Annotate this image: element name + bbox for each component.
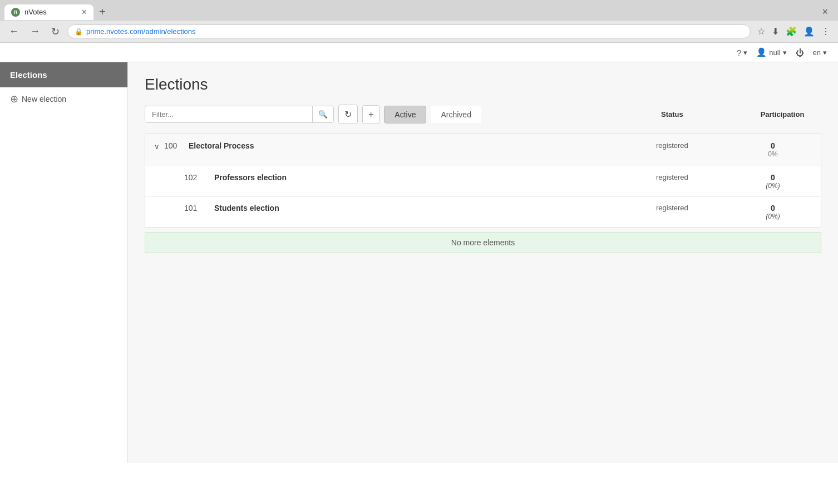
- child-id: 102: [184, 173, 206, 182]
- child-status: registered: [656, 204, 734, 212]
- user-label: null: [769, 48, 780, 57]
- browser-close-button[interactable]: ×: [822, 6, 828, 17]
- browser-chrome: n nVotes × + × ← → ↻ 🔒 prime.nvotes.com/…: [0, 0, 838, 43]
- refresh-button[interactable]: ↻: [338, 105, 358, 124]
- child-status: registered: [656, 173, 734, 181]
- app-layout: Elections ⊕ New election Elections 🔍 ↻ +…: [0, 62, 838, 463]
- child-participation: 0 (0%): [734, 204, 812, 220]
- tab-close-button[interactable]: ×: [82, 8, 87, 17]
- new-election-label: New election: [22, 95, 66, 103]
- child-participation-num: 0: [734, 204, 812, 213]
- filter-input-wrapper: 🔍: [145, 106, 334, 123]
- power-icon: ⏻: [796, 48, 804, 57]
- lock-icon: 🔒: [75, 28, 83, 36]
- extensions-icon[interactable]: 🧩: [783, 24, 799, 39]
- tab-title: nVotes: [24, 8, 47, 16]
- group-status: registered: [656, 141, 734, 150]
- language-label: en: [813, 48, 821, 57]
- sidebar-title: Elections: [0, 62, 127, 87]
- user-menu[interactable]: 👤 null ▾: [756, 47, 786, 57]
- election-group-row[interactable]: ∨ 100 Electoral Process registered 0 0%: [145, 134, 821, 166]
- new-tab-button[interactable]: +: [93, 3, 111, 21]
- app-header: ? ▾ 👤 null ▾ ⏻ en ▾: [0, 43, 838, 62]
- browser-address-bar: ← → ↻ 🔒 prime.nvotes.com/admin/elections…: [0, 21, 838, 42]
- url-display: prime.nvotes.com/admin/elections: [86, 27, 196, 36]
- language-menu[interactable]: en ▾: [813, 48, 827, 57]
- download-icon[interactable]: ⬇: [770, 24, 781, 39]
- address-bar[interactable]: 🔒 prime.nvotes.com/admin/elections: [67, 24, 751, 38]
- child-participation: 0 (0%): [734, 173, 812, 190]
- page-title: Elections: [145, 76, 821, 93]
- list-item[interactable]: 101 Students election registered 0 (0%): [145, 197, 821, 227]
- col-header-status: Status: [661, 110, 739, 118]
- add-button[interactable]: +: [362, 105, 379, 124]
- bookmark-icon[interactable]: ☆: [755, 24, 767, 39]
- user-dropdown-icon: ▾: [783, 48, 787, 57]
- app-container: ? ▾ 👤 null ▾ ⏻ en ▾ Elections ⊕ New elec…: [0, 43, 838, 463]
- forward-button[interactable]: →: [27, 24, 43, 38]
- group-name: Electoral Process: [189, 141, 656, 150]
- menu-icon[interactable]: ⋮: [819, 24, 832, 39]
- group-participation-num: 0: [734, 141, 812, 150]
- filter-search-button[interactable]: 🔍: [312, 106, 333, 122]
- back-button[interactable]: ←: [6, 24, 22, 38]
- filter-input[interactable]: [145, 106, 312, 122]
- power-button[interactable]: ⏻: [796, 48, 804, 57]
- profile-icon[interactable]: 👤: [801, 24, 817, 39]
- browser-toolbar-icons: ☆ ⬇ 🧩 👤 ⋮: [755, 24, 832, 39]
- reload-button[interactable]: ↻: [48, 24, 63, 39]
- expand-icon[interactable]: ∨: [154, 142, 160, 151]
- child-participation-pct: (0%): [734, 182, 812, 190]
- child-participation-num: 0: [734, 173, 812, 182]
- sidebar-item-new-election[interactable]: ⊕ New election: [0, 87, 127, 111]
- child-name: Professors election: [214, 173, 656, 182]
- tab-archived[interactable]: Archived: [431, 106, 481, 123]
- tab-active[interactable]: Active: [384, 106, 426, 123]
- user-icon: 👤: [756, 47, 767, 57]
- help-icon: ?: [737, 48, 741, 57]
- child-name: Students election: [214, 204, 656, 213]
- lang-dropdown-icon: ▾: [823, 48, 827, 57]
- child-id: 101: [184, 204, 206, 213]
- help-dropdown-icon: ▾: [743, 48, 747, 57]
- add-icon: ⊕: [10, 93, 18, 105]
- browser-tab[interactable]: n nVotes ×: [4, 4, 93, 20]
- sidebar: Elections ⊕ New election: [0, 62, 128, 463]
- help-button[interactable]: ? ▾: [737, 48, 747, 57]
- elections-table: ∨ 100 Electoral Process registered 0 0% …: [145, 133, 821, 228]
- no-more-elements: No more elements: [145, 232, 821, 253]
- child-participation-pct: (0%): [734, 213, 812, 220]
- tab-favicon: n: [11, 8, 20, 17]
- list-item[interactable]: 102 Professors election registered 0 (0%…: [145, 166, 821, 197]
- browser-tab-bar: n nVotes × + ×: [0, 0, 838, 21]
- toolbar: 🔍 ↻ + Active Archived Status Participati…: [145, 105, 821, 124]
- group-id: 100: [164, 141, 181, 150]
- group-participation: 0 0%: [734, 141, 812, 158]
- col-header-participation: Participation: [743, 110, 821, 118]
- group-participation-pct: 0%: [734, 150, 812, 158]
- main-content: Elections 🔍 ↻ + Active Archived Status P…: [128, 62, 838, 463]
